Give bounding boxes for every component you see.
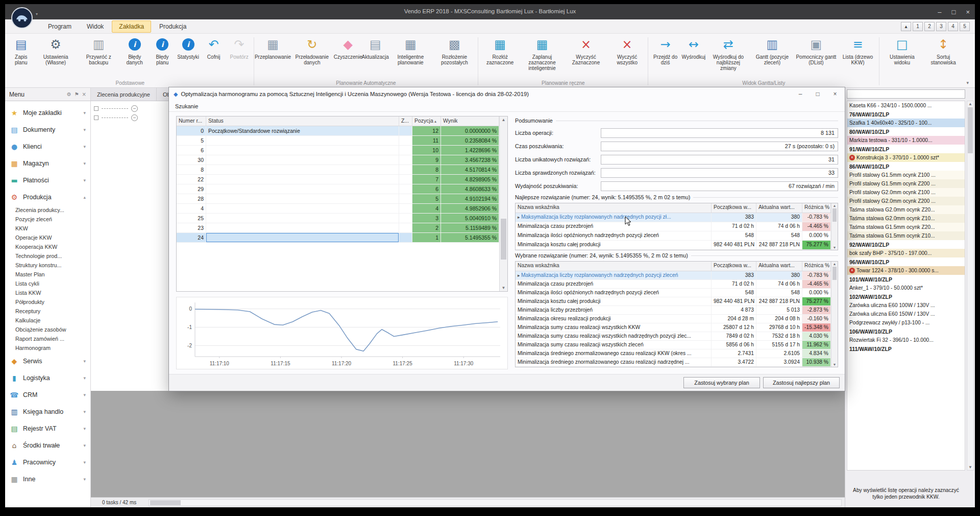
expand-icon[interactable]: ▸ [518,215,521,220]
results-column-pozycja[interactable]: Pozycja ▴ [412,116,441,126]
orders-scrollbar[interactable]: ▲ ▼ [967,101,974,471]
sidebar-subitem-pozycje-zlece[interactable]: Pozycje zleceń [5,215,90,224]
indicator-row[interactable]: Minimalizacja sumy czasu realizacji wszy… [516,323,838,332]
collapse-row-icon[interactable]: – [131,114,138,121]
ribbon-button-pomocniczy-gantt-dlist[interactable]: ▣Pomocniczy gantt (DList) [794,35,838,67]
ribbon-button-wy-rodkuj-do-najbli-szej-zmiany[interactable]: ⇄Wyśrodkuj do najbliższej zmiany [706,35,750,73]
window-close-button[interactable]: × [966,8,970,16]
indicator-row[interactable]: Minimalizacja kosztu całej produkcji982 … [516,241,838,250]
indicator-column-r-nica[interactable]: Różnica % [802,203,831,213]
order-item[interactable]: Kaseta K66 - 324/10 - 1500.0000 ... [847,101,965,110]
results-row[interactable]: 2964.8608633 % [177,184,507,194]
indicator-column-aktualna-wart[interactable]: Aktualna wart... [756,203,802,213]
layout-3-button[interactable]: 3 [936,22,946,31]
order-group-header[interactable]: 101/WAW/10/ZLP [847,275,965,284]
button-zastosuj-wybrany-plan[interactable]: Zastosuj wybrany plan [683,377,760,388]
sidebar-subitem-lista-cykli[interactable]: Lista cykli [5,279,90,288]
order-group-header[interactable]: 92/WAW/10/ZLP [847,240,965,249]
results-row[interactable]: 2415.1495355 % [177,233,507,243]
indicator-row[interactable]: ▸ Maksymalizacja liczby rozplanowanych n… [516,213,838,222]
gantt-row-handle-icon[interactable] [94,106,99,111]
orders-scrollbar-thumb[interactable] [968,107,973,153]
ribbon-button-inteligentne-planowanie[interactable]: ▦Inteligentne planowanie [388,35,432,67]
sidebar-subitem-obci-enie-zasob-w[interactable]: Obciążenie zasobów [5,325,90,334]
menu-tab-widok[interactable]: Widok [80,20,111,33]
ribbon-button-b-dy-planu[interactable]: iBłędy planu [150,35,176,67]
sidebar-item-inne[interactable]: ▦Inne▾ [5,471,90,487]
ribbon-button-przeplanowanie[interactable]: ▦Przeplanowanie [256,35,290,61]
pin-icon[interactable]: ⚑ [75,91,79,97]
scroll-down-icon[interactable]: ▼ [967,465,973,470]
menu-tab-zak-adka[interactable]: Zakładka [112,20,151,33]
app-logo-icon[interactable] [11,7,33,29]
order-group-header[interactable]: 91/WAW/10/ZLP [847,145,965,153]
tab-szukanie[interactable]: Szukanie [175,103,198,109]
table-scrollbar[interactable]: ▲▼ [831,203,838,250]
results-row[interactable]: 2325.1159489 % [177,223,507,233]
order-group-header[interactable]: 76/WAW/10/ZLP [847,110,965,119]
sidebar-subitem-technologie-prod[interactable]: Technologie prod... [5,251,90,261]
order-item[interactable]: ×Konstrukcja 3 - 370/10 - 1.0000 szt* [847,153,965,162]
sidebar-subitem-lista-kkw[interactable]: Lista KKW [5,288,90,297]
layout-2-button[interactable]: 2 [924,22,935,31]
results-row[interactable]: 0Początkowe/Standardowe rozwiązanie120.0… [177,126,507,136]
ribbon-button-wyczy-zaznaczone[interactable]: ×Wyczyść Zaznaczone [564,35,608,67]
results-column-numer-r[interactable]: Numer r... [177,116,206,126]
order-item[interactable]: Profil stalowy G1.5mm ocynk Z200 ... [847,179,965,188]
horizontal-scrollbar[interactable] [149,499,842,506]
scroll-up-icon[interactable]: ▲ [831,204,838,207]
results-row[interactable]: 2274.8298905 % [177,175,507,184]
ribbon-button-zapis-planu[interactable]: ▤Zapis planu [8,35,34,67]
indicator-row[interactable]: Minimalizacja średniego znormalizowanego… [516,349,838,358]
indicator-column-pocz-tkowa-w[interactable]: Początkowa w... [712,203,756,213]
results-scrollbar-thumb[interactable] [501,219,506,260]
ribbon-button-lista-drzewo-kkw[interactable]: ≡Lista (drzewo KKW) [838,35,877,67]
sidebar-item-ksi-ga-handlo[interactable]: ▥Księga handlo▾ [5,403,90,420]
sidebar-item-produkcja[interactable]: ⚙Produkcja▴ [5,189,90,205]
sidebar-item-moje-zak-adki[interactable]: ★Moje zakładki▾ [5,104,90,121]
gear-icon[interactable]: ⚙ [67,91,71,97]
scroll-down-icon[interactable]: ▼ [831,363,838,366]
dialog-maximize-button[interactable]: □ [809,88,826,100]
collapse-row-icon[interactable]: – [131,105,138,112]
orders-filter-input[interactable] [847,89,965,99]
button-zastosuj-najlepszy-plan[interactable]: Zastosuj najlepszy plan [763,377,840,388]
order-item[interactable]: Profil stalowy G2.0mm ocynk Z200 ... [847,197,965,205]
results-row[interactable]: 3093.4567238 % [177,155,507,165]
indicator-row[interactable]: Minimalizacja sumy czasu realizacji wszy… [516,341,838,349]
order-group-header[interactable]: 86/WAW/10/ZLP [847,162,965,171]
ribbon-button-przywr-z-backupu[interactable]: ▥Przywróć z backupu [78,35,120,67]
dialog-titlebar[interactable]: ◆ Optymalizacja harmonogramu za pomocą S… [169,87,845,101]
ribbon-button-gantt-pozycje-zlece[interactable]: ▥Gantt (pozycje zleceń) [750,35,794,67]
results-row[interactable]: 884.5170814 % [177,165,507,175]
order-item[interactable]: Podgrzewacz zwykły / p13-100 - ... [847,318,965,327]
ribbon-button-ustawienia-widoku[interactable]: □Ustawienia widoku [881,35,923,67]
window-restore-button[interactable]: □ [952,8,956,16]
ribbon-button-zaplanuj-zaznaczone-inteligentnie[interactable]: ▦Zaplanuj zaznaczone inteligentnie [520,35,564,73]
sidebar-subitem-kooperacja-kkw[interactable]: Kooperacja KKW [5,242,90,251]
order-item[interactable]: Szafka 1 40x60x40 - 325/10 - 100... [847,119,965,127]
sidebar-item-rodki-trwa-e[interactable]: ⌂Środki trwałe▾ [5,437,90,454]
ribbon-button-aktualizacja[interactable]: ▤Aktualizacja [362,35,388,61]
results-column-wynik[interactable]: Wynik [441,116,499,126]
results-scrollbar[interactable]: ▲ ▼ [499,116,507,291]
sidebar-subitem-master-plan[interactable]: Master Plan [5,270,90,279]
scroll-up-icon[interactable]: ▲ [831,262,838,266]
ribbon-button-powt-rz[interactable]: ↷Powtórz [227,35,252,61]
order-group-header[interactable]: 80/WAW/10/ZLP [847,127,965,136]
sidebar-subitem-kalkulacje[interactable]: Kalkulacje [5,316,90,325]
sidebar-subitem-harmonogram[interactable]: Harmonogram [5,343,90,353]
order-item[interactable]: ×Towar 1224 - 378/10 - 300.0000 s... [847,266,965,275]
order-item[interactable]: Żarówka uliczna E60 100W / 130V ... [847,301,965,310]
indicator-row[interactable]: Minimalizacja czasu przezbrojeń71 d 02 h… [516,280,838,289]
sidebar-subitem-struktury-konstru[interactable]: Struktury konstru... [5,261,90,270]
indicator-row[interactable]: Minimalizacja czasu przezbrojeń71 d 02 h… [516,222,838,231]
order-item[interactable]: Żarówka uliczna E60 150W / 130V ... [847,310,965,318]
sidebar-subitem-p-produkty[interactable]: Półprodukty [5,297,90,307]
ribbon-button-cofnij[interactable]: ↶Cofnij [201,35,227,61]
close-panel-icon[interactable]: × [82,91,86,97]
order-item[interactable]: Profil stalowy G2.0mm ocynk Z100 ... [847,188,965,197]
sidebar-item-p-atno-ci[interactable]: ▬Płatności▾ [5,172,90,189]
results-column-status[interactable]: Status [206,116,399,126]
indicator-row[interactable]: Minimalizacja kosztu całej produkcji982 … [516,297,838,306]
